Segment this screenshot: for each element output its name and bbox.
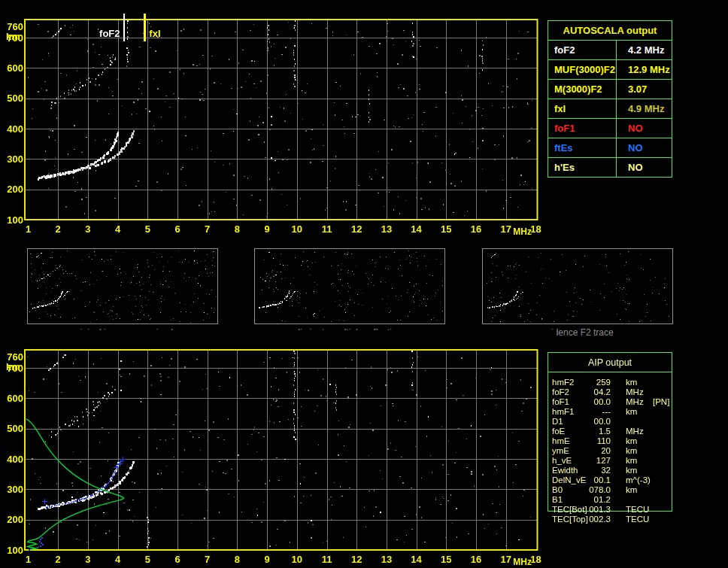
thumbnail-eliminate-multiples (254, 248, 445, 324)
aip-row: foF204.2MHz (548, 387, 720, 397)
aip-label: ymE (552, 446, 569, 456)
aip-row: DelN_vE00.1m^(-3) (548, 475, 720, 485)
parameter-value: 3.07 (617, 80, 647, 99)
aip-unit: MHz (626, 427, 644, 436)
parameter-value: 4.2 MHz (617, 41, 664, 59)
aip-row: ymE20km (548, 446, 720, 456)
aip-unit: km (626, 485, 637, 495)
aip-row: B101.2 (548, 495, 720, 505)
bottom-ionogram-plot (0, 330, 557, 568)
aip-value: 001.3 (569, 505, 611, 515)
parameter-value: NO (617, 138, 643, 157)
aip-label: foF1 (552, 397, 569, 407)
aip-value: 32 (569, 466, 611, 475)
parameter-value: 4.9 MHz (617, 99, 664, 118)
parameter-value: NO (617, 158, 643, 177)
autoscala-table-rows: foF24.2 MHzMUF(3000)F212.9 MHzM(3000)F23… (548, 41, 672, 177)
aip-value: 00.0 (569, 397, 611, 407)
aip-row: hmF1---km (548, 407, 720, 417)
aip-row: D100.0 (548, 417, 720, 427)
aip-value: 01.2 (569, 495, 611, 505)
aip-label: B1 (552, 495, 563, 505)
aip-row: TEC[Top]002.3TECU (548, 515, 720, 524)
autoscala-row: M(3000)F23.07 (548, 79, 672, 99)
aip-value: 127 (569, 456, 611, 466)
autoscala-output-table: AUTOSCALA output foF24.2 MHzMUF(3000)F21… (548, 20, 672, 178)
parameter-value: 12.9 MHz (617, 60, 670, 79)
autoscala-row: ftEsNO (548, 138, 672, 157)
parameter-label: fxI (548, 99, 617, 118)
aip-row: B0078.0km (548, 485, 720, 495)
parameter-value: NO (617, 119, 643, 138)
aip-label: D1 (552, 417, 563, 427)
aip-unit: km (626, 378, 637, 387)
top-ionogram-plot (0, 0, 557, 241)
aip-extra: [PN] (653, 397, 669, 407)
parameter-label: foF2 (548, 41, 617, 59)
aip-table-rows: hmF2259kmfoF204.2MHzfoF100.0MHz[PN]hmF1-… (548, 378, 720, 524)
aip-value: 259 (569, 378, 611, 387)
aip-row: foF100.0MHz[PN] (548, 397, 720, 407)
aip-row: h_vE127km (548, 456, 720, 466)
aip-unit: MHz (626, 387, 644, 397)
aip-value: 1.5 (569, 427, 611, 436)
autoscala-row: MUF(3000)F212.9 MHz (548, 59, 672, 79)
aip-unit: m^(-3) (626, 475, 651, 485)
autoscala-row: foF24.2 MHz (548, 41, 672, 59)
aip-unit: TECU (626, 515, 649, 524)
parameter-label: h'Es (548, 158, 617, 177)
aip-value: 110 (569, 436, 611, 446)
aip-value: 002.3 (569, 515, 611, 524)
aip-row: hmE110km (548, 436, 720, 446)
aip-label: foF2 (552, 387, 569, 397)
aip-label: hmE (552, 436, 570, 446)
aip-row: hmF2259km (548, 378, 720, 387)
aip-row: Ewidth32km (548, 466, 720, 475)
autoscala-row: h'EsNO (548, 157, 672, 177)
parameter-label: ftEs (548, 138, 617, 157)
aip-value: --- (569, 407, 611, 417)
aip-value: 04.2 (569, 387, 611, 397)
aip-unit: km (626, 466, 637, 475)
aip-unit: km (626, 456, 637, 466)
aip-unit: TECU (626, 505, 649, 515)
autoscala-table-header: AUTOSCALA output (548, 21, 672, 41)
aip-unit: MHz (626, 397, 644, 407)
thumbnail-evidence-f2-trace (482, 248, 673, 324)
autoscala-row: foF1NO (548, 118, 672, 138)
aip-value: 078.0 (569, 485, 611, 495)
aip-unit: km (626, 407, 637, 417)
autoscala-row: fxI4.9 MHz (548, 99, 672, 118)
aip-row: foE1.5MHz (548, 427, 720, 436)
autoscala-window: Rome (lat: +41.8, lon: 012.5) - DATE: 20… (0, 0, 728, 568)
parameter-label: M(3000)F2 (548, 80, 617, 99)
aip-label: B0 (552, 485, 563, 495)
aip-label: foE (552, 427, 565, 436)
aip-row: TEC[Bot]001.3TECU (548, 505, 720, 515)
aip-unit: km (626, 436, 637, 446)
aip-value: 20 (569, 446, 611, 456)
aip-table-header: AIP output (548, 353, 672, 372)
parameter-label: foF1 (548, 119, 617, 138)
aip-unit: km (626, 446, 637, 456)
aip-value: 00.0 (569, 417, 611, 427)
thumbnail-original-ionogram (27, 248, 218, 324)
parameter-label: MUF(3000)F2 (548, 60, 617, 79)
aip-value: 00.1 (569, 475, 611, 485)
